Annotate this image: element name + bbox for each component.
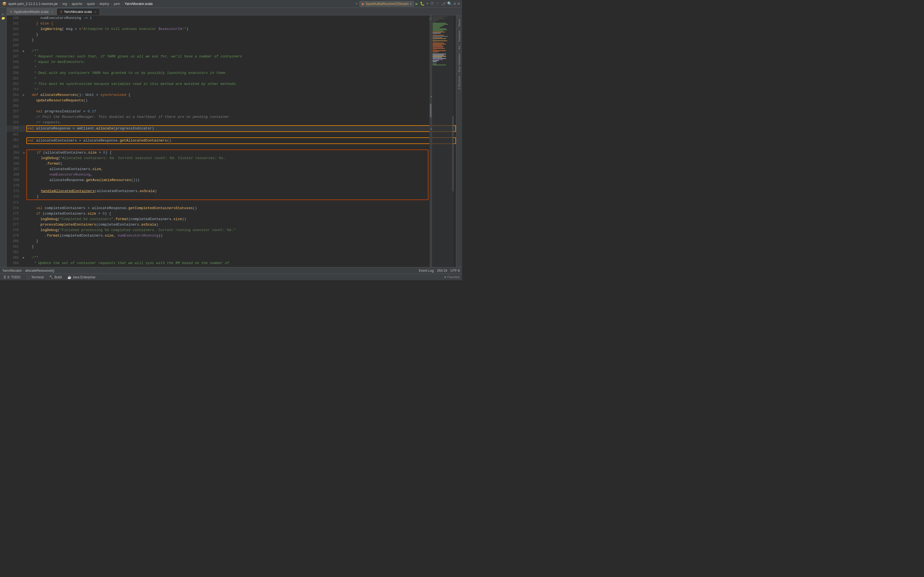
todo-icon: ☰ (3, 275, 6, 279)
table-row: 259 // requests. (6, 120, 456, 125)
build-tab[interactable]: 🔨 Build (48, 275, 63, 279)
tab-label-1: ApplicationMaster.scala (14, 10, 48, 14)
right-panel: Maven Database Ant Bean Validation Z-Str… (456, 15, 462, 267)
todo-label: 6: TODO (7, 275, 21, 279)
table-row: 255 updateResourceRequests() (6, 98, 456, 103)
table-row: 278 logDebug("Finished processing %d com… (6, 227, 456, 233)
table-row: 275 if (completedContainers.size > 0) { (6, 211, 456, 216)
table-row: 258 // Poll the ResourceManager. This do… (6, 114, 456, 120)
class-breadcrumb: YarnAllocator (2, 269, 22, 272)
bean-validation-panel-button[interactable]: Bean Validation (456, 52, 462, 74)
line-col-indicator: 264:19 (437, 269, 447, 272)
table-row: 268 numExecutorsRunning, (7, 172, 428, 177)
more-tools-button[interactable]: ⊟ (457, 2, 460, 6)
table-row: 249 * (6, 65, 456, 70)
run-button[interactable]: ▶ (415, 1, 418, 6)
maven-panel-button[interactable]: Maven (456, 16, 462, 28)
debug-button[interactable]: 🐛 (420, 2, 425, 6)
build-label: Build (55, 275, 62, 279)
tab-close-1[interactable]: × (51, 10, 53, 13)
breadcrumb-sep6: › (122, 2, 123, 6)
table-row: 244 } (6, 37, 456, 43)
inspection-ok-icon: ✓ (429, 16, 432, 21)
breadcrumb-sep1: › (60, 2, 60, 6)
table-row: 283 ▶ /** (6, 255, 456, 261)
breadcrumb-spark: spark (87, 2, 95, 6)
vcs-button[interactable]: ⎇ (441, 2, 446, 6)
coverage-button[interactable]: ☂ (426, 2, 428, 6)
table-row: 250 * Deal with any containers YARN has … (6, 70, 456, 76)
database-panel-button[interactable]: Database (456, 28, 462, 44)
java-enterprise-tab[interactable]: ☕ Java Enterprise (66, 275, 97, 279)
title-bar: 📦 spark-yarn_2.11-2.1.1-sources.jar › or… (0, 0, 462, 8)
table-row: 266 .format( (7, 161, 428, 166)
table-row: 245 (6, 43, 456, 48)
method-breadcrumb: allocateResources() (25, 269, 55, 272)
breadcrumb-arrow: › (23, 269, 24, 272)
table-row: 273 (6, 200, 456, 206)
table-row: 282 (6, 250, 456, 255)
table-row: 277 processCompletedContainers(completed… (6, 222, 456, 227)
table-row: 253 */ (6, 87, 456, 92)
table-row: 257 val progressIndicator = 0.1f (6, 109, 456, 114)
table-row: 279 .format(completedContainers.size, nu… (6, 233, 456, 239)
terminal-label: Terminal (31, 275, 44, 279)
terminal-tab[interactable]: ⬛ Terminal (25, 275, 45, 279)
table-row: 261 (6, 132, 456, 137)
table-row: 246 ▶ /** (6, 48, 456, 54)
project-panel-icon[interactable]: 📁 (2, 16, 5, 20)
project-icon[interactable]: P (2, 13, 5, 15)
table-row: 263 (6, 144, 456, 150)
table-row: 276 logDebug("Completed %d containers".f… (6, 216, 456, 222)
ant-panel-button[interactable]: Ant (456, 44, 462, 52)
table-row: 270 (7, 183, 428, 189)
favorites-button[interactable]: ★ Favorites (444, 275, 460, 279)
table-row: 284 * Update the set of container reques… (6, 261, 456, 266)
table-row: 272 } (7, 194, 428, 200)
code-editor[interactable]: ✓ 240 numExecutorsRunning -= 1 241 } els… (6, 15, 456, 267)
encoding-indicator: UTF-8 (451, 269, 460, 272)
tab-icon-2: S (60, 10, 62, 13)
table-row: 242 logWarning( msg = s"Attempted to kil… (6, 26, 456, 32)
breadcrumb-file: YarnAllocator.scala (124, 2, 153, 6)
table-row: 252 * This must be synchronized because … (6, 81, 456, 87)
tab-icon-1: S (10, 10, 12, 13)
more-run-button[interactable]: ⋮ (436, 2, 439, 6)
breadcrumb-sep4: › (97, 2, 98, 6)
table-row: 267 allocatedContainers.size, (7, 166, 428, 172)
settings-button[interactable]: ⚙ (454, 2, 456, 6)
table-row: 241 } else { (6, 21, 456, 26)
file-icon: 📦 (2, 2, 6, 6)
breadcrumb-deploy: deploy (100, 2, 109, 6)
breadcrumb-yarn: yarn (113, 2, 120, 6)
table-row: 260 val allocateResponse = amClient.allo… (6, 125, 456, 132)
tab-application-master[interactable]: S ApplicationMaster.scala × (6, 8, 57, 15)
table-row: 248 * equal to maxExecutors. (6, 60, 456, 65)
run-config-dropdown-icon[interactable]: ▾ (410, 2, 411, 6)
jar-name: spark-yarn_2.11-2.1.1-sources.jar (8, 2, 58, 6)
tab-label-2: YarnAllocator.scala (64, 10, 92, 14)
java-enterprise-icon: ☕ (67, 275, 71, 279)
table-row: 264 ▶ if (allocatedContainers.size > 0) … (7, 150, 428, 156)
tabs: P S ApplicationMaster.scala × S YarnAllo… (0, 8, 462, 15)
table-row: 271 handleAllocatedContainers(allocatedC… (7, 189, 428, 194)
breadcrumb-sep3: › (84, 2, 85, 6)
profile-button[interactable]: ⏱ (430, 2, 434, 6)
table-row: 269 allocateResponse.getAvailableResourc… (7, 177, 428, 183)
tab-close-2[interactable]: × (95, 10, 96, 13)
cursor-icon[interactable]: ⌖ (355, 2, 358, 6)
table-row: 240 numExecutorsRunning -= 1 (6, 15, 456, 21)
run-config-name: SparkKafkaReceiverDStream (365, 2, 409, 6)
table-row: 281 } (6, 244, 456, 250)
event-log-button[interactable]: Event Log (419, 269, 434, 272)
table-row: 262 val allocatedContainers = allocateRe… (6, 137, 456, 144)
left-panel: 📁 (0, 15, 6, 267)
breadcrumb-apache: apache (71, 2, 82, 6)
code-scroll[interactable]: 240 numExecutorsRunning -= 1 241 } else … (6, 15, 456, 267)
todo-tab[interactable]: ☰ 6: TODO (2, 275, 22, 279)
run-config-selector[interactable]: ▶ SparkKafkaReceiverDStream ▾ (359, 1, 414, 6)
tab-yarn-allocator[interactable]: S YarnAllocator.scala × (57, 8, 100, 15)
z-structure-panel-button[interactable]: Z-Structure (456, 74, 462, 91)
search-everywhere-button[interactable]: 🔍 (447, 2, 452, 6)
bottom-bar: ☰ 6: TODO ⬛ Terminal 🔨 Build ☕ Java Ente… (0, 274, 462, 280)
